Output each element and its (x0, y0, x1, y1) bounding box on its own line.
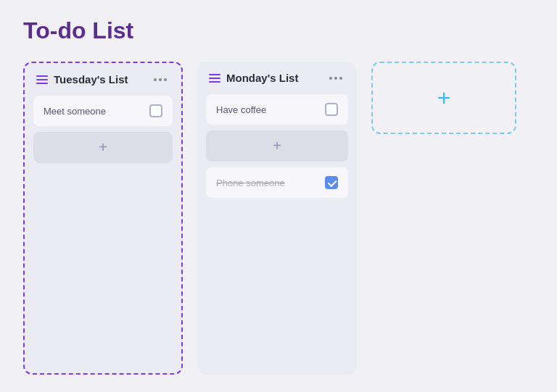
todo-item-meet-someone[interactable]: Meet someone (33, 96, 173, 126)
header-left: Tuesday's List (36, 73, 128, 86)
list-card-monday: Monday's List Have coffee + Phone someon… (197, 62, 357, 375)
hamburger-icon[interactable] (36, 75, 48, 84)
list-header-monday: Monday's List (206, 72, 348, 88)
add-list-card[interactable]: + (371, 62, 516, 134)
more-menu-icon-monday[interactable] (326, 75, 345, 81)
hamburger-icon-monday[interactable] (209, 74, 220, 83)
list-card-tuesday: Tuesday's List Meet someone + (23, 62, 183, 375)
list-title-monday: Monday's List (226, 72, 298, 84)
list-title-tuesday: Tuesday's List (54, 73, 128, 86)
checkbox-have-coffee[interactable] (325, 103, 338, 116)
todo-text-have-coffee: Have coffee (216, 104, 266, 115)
board-area: Tuesday's List Meet someone + Monday's L… (0, 56, 557, 392)
add-list-icon: + (437, 86, 451, 109)
add-item-button-monday[interactable]: + (206, 130, 348, 162)
checkbox-phone-someone[interactable] (325, 176, 338, 189)
todo-item-phone-someone[interactable]: Phone someone (206, 167, 348, 198)
checkbox-meet-someone[interactable] (149, 104, 162, 117)
todo-text-phone-someone: Phone someone (216, 178, 285, 188)
page-title: To-do List (0, 0, 557, 56)
header-left-monday: Monday's List (209, 72, 298, 84)
todo-item-text: Meet someone (44, 106, 106, 117)
add-item-button-tuesday[interactable]: + (33, 132, 173, 163)
todo-item-have-coffee[interactable]: Have coffee (206, 94, 348, 125)
more-menu-icon-tuesday[interactable] (151, 77, 170, 83)
list-header-tuesday: Tuesday's List (33, 73, 173, 90)
